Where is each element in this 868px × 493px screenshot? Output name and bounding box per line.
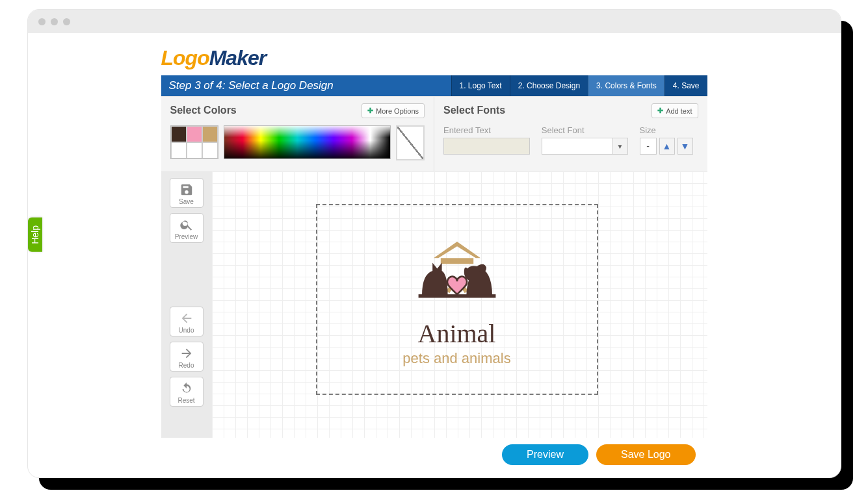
- svg-rect-1: [418, 294, 495, 297]
- tab-logo-text[interactable]: 1. Logo Text: [451, 75, 510, 96]
- size-field: Size - ▲ ▼: [640, 125, 698, 155]
- browser-titlebar: [28, 10, 841, 33]
- swatch[interactable]: [171, 126, 187, 142]
- logo-subtitle[interactable]: pets and animals: [402, 350, 510, 367]
- arrow-left-icon: [179, 311, 194, 325]
- logo-title[interactable]: Animal: [418, 318, 496, 349]
- arrow-right-icon: [179, 346, 194, 360]
- brand-logo: LogoMaker: [161, 46, 707, 70]
- more-options-label: More Options: [376, 107, 419, 115]
- browser-frame: Help LogoMaker Step 3 of 4: Select a Log…: [27, 9, 841, 478]
- reset-icon: [179, 381, 194, 396]
- font-select-value: [542, 138, 612, 154]
- reset-button-label: Reset: [178, 397, 194, 404]
- window-dot: [51, 18, 58, 25]
- brand-part1: Logo: [161, 46, 209, 70]
- svg-rect-0: [440, 258, 473, 264]
- plus-icon: ✚: [657, 107, 663, 115]
- color-swatches[interactable]: [170, 125, 218, 159]
- size-label: Size: [640, 125, 698, 135]
- swatch[interactable]: [202, 142, 218, 158]
- brand-part2: Maker: [209, 46, 267, 70]
- artboard[interactable]: Animal pets and animals: [316, 204, 598, 395]
- no-color-swatch[interactable]: [396, 125, 425, 160]
- swatch[interactable]: [171, 142, 187, 158]
- step-bar: Step 3 of 4: Select a Logo Design 1. Log…: [161, 75, 707, 96]
- font-select[interactable]: ▼: [542, 138, 628, 155]
- tab-save[interactable]: 4. Save: [664, 75, 707, 96]
- redo-button[interactable]: Redo: [170, 342, 204, 372]
- panel-fonts: Select Fonts ✚ Add text Entered Text Sel…: [434, 97, 707, 171]
- window-dot: [38, 18, 46, 25]
- swatch[interactable]: [202, 126, 218, 142]
- canvas[interactable]: Animal pets and animals: [212, 171, 707, 438]
- tab-colors-fonts[interactable]: 3. Colors & Fonts: [588, 75, 664, 96]
- swatch[interactable]: [187, 126, 202, 142]
- save-logo-pill-button[interactable]: Save Logo: [596, 444, 696, 465]
- chevron-down-icon: ▼: [612, 138, 627, 154]
- step-title: Step 3 of 4: Select a Logo Design: [161, 75, 451, 96]
- save-button-label: Save: [179, 198, 194, 205]
- select-font-label: Select Font: [542, 125, 628, 135]
- panel-colors: Select Colors ✚ More Options: [161, 97, 434, 171]
- select-font-field: Select Font ▼: [542, 125, 628, 155]
- window-dot: [63, 18, 70, 25]
- size-up-button[interactable]: ▲: [659, 138, 675, 155]
- wizard-tabs: 1. Logo Text 2. Choose Design 3. Colors …: [451, 75, 707, 96]
- undo-button-label: Undo: [179, 327, 194, 334]
- preview-button-label: Preview: [175, 233, 198, 240]
- save-icon: [179, 183, 194, 197]
- entered-text-input[interactable]: [443, 138, 530, 155]
- side-toolbar: Save Preview Undo Redo: [161, 171, 212, 438]
- footer-buttons: Preview Save Logo: [161, 438, 707, 477]
- editor: Save Preview Undo Redo: [161, 171, 707, 438]
- plus-icon: ✚: [367, 107, 373, 115]
- preview-button[interactable]: Preview: [170, 213, 204, 243]
- help-tab[interactable]: Help: [28, 218, 42, 252]
- magnifier-icon: [179, 218, 194, 232]
- options-panels: Select Colors ✚ More Options: [161, 96, 707, 171]
- swatch[interactable]: [187, 142, 202, 158]
- tab-choose-design[interactable]: 2. Choose Design: [510, 75, 588, 96]
- add-text-label: Add text: [666, 107, 692, 115]
- preview-pill-button[interactable]: Preview: [502, 444, 588, 465]
- undo-button[interactable]: Undo: [170, 307, 204, 336]
- logo-graphic[interactable]: [399, 233, 516, 310]
- size-down-button[interactable]: ▼: [677, 138, 693, 155]
- color-spectrum[interactable]: [224, 125, 391, 159]
- viewport[interactable]: LogoMaker Step 3 of 4: Select a Logo Des…: [28, 33, 841, 477]
- entered-text-field: Entered Text: [443, 125, 530, 155]
- colors-row: [170, 125, 425, 160]
- font-fields: Entered Text Select Font ▼ Size: [443, 125, 698, 155]
- page: LogoMaker Step 3 of 4: Select a Logo Des…: [147, 33, 722, 477]
- more-options-button[interactable]: ✚ More Options: [362, 103, 425, 118]
- reset-button[interactable]: Reset: [170, 377, 204, 407]
- add-text-button[interactable]: ✚ Add text: [651, 103, 698, 118]
- entered-text-label: Entered Text: [443, 125, 530, 135]
- save-button[interactable]: Save: [170, 178, 204, 208]
- redo-button-label: Redo: [179, 362, 194, 369]
- size-value: -: [640, 138, 657, 155]
